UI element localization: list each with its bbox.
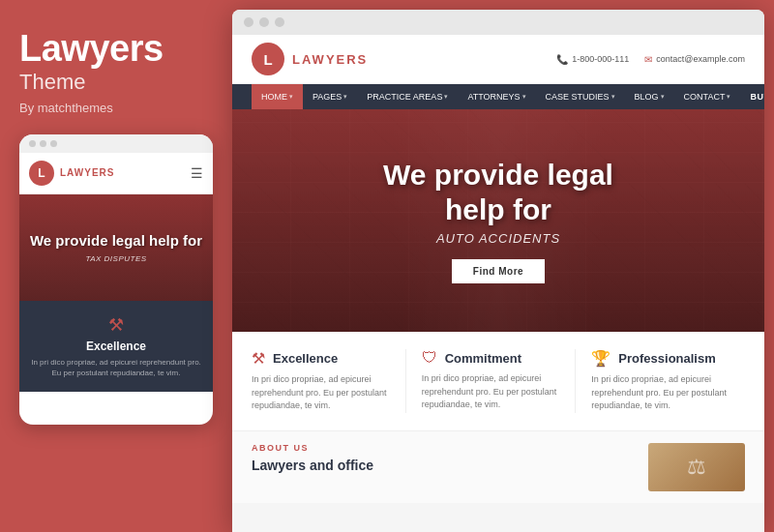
phone-icon: 📞 <box>556 54 568 65</box>
about-title: Lawyers and office <box>252 457 633 474</box>
mobile-logo-wrap: L LAWYERS <box>29 161 114 186</box>
nav-blog[interactable]: BLOG▾ <box>625 84 674 109</box>
site-header: L LAWYERS 📞 1-800-000-111 ✉ contact@exam… <box>232 35 764 84</box>
nav-practice[interactable]: PRACTICE AREAS▾ <box>357 84 458 109</box>
mobile-feature-title: Excellence <box>86 340 146 353</box>
hero-title-line2: help for <box>445 193 551 225</box>
hero-subtitle: AUTO ACCIDENTS <box>383 231 613 246</box>
desktop-dot-1 <box>244 17 253 27</box>
feature-excellence-header: ⚒ Excellence <box>252 349 390 368</box>
site-logo-text: LAWYERS <box>292 52 368 67</box>
desktop-dot-2 <box>259 17 269 27</box>
mobile-titlebar <box>19 134 213 153</box>
about-teaser: ABOUT US Lawyers and office ⚖ <box>232 431 764 503</box>
excellence-desc: In pri dico propriae, ad epicurei repreh… <box>252 373 390 413</box>
about-image-icon: ⚖ <box>687 455 706 480</box>
mobile-nav: L LAWYERS ☰ <box>19 153 213 194</box>
site-nav: HOME▾ PAGES▾ PRACTICE AREAS▾ ATTORNEYS▾ … <box>232 84 764 109</box>
nav-home[interactable]: HOME▾ <box>252 84 303 109</box>
mobile-menu-icon[interactable]: ☰ <box>191 165 203 181</box>
professionalism-icon: 🏆 <box>591 349 610 368</box>
contact-caret: ▾ <box>727 93 730 101</box>
left-panel: Lawyers Theme By matchthemes L LAWYERS ☰… <box>0 0 232 532</box>
nav-case-studies[interactable]: CASE STUDIES▾ <box>536 84 625 109</box>
hero-title-line1: We provide legal <box>383 159 613 191</box>
home-caret: ▾ <box>289 93 293 101</box>
about-label: ABOUT US <box>252 443 633 453</box>
nav-contact[interactable]: CONTACT▾ <box>674 84 741 109</box>
feature-commitment: 🛡 Commitment In pri dico propriae, ad ep… <box>406 349 577 413</box>
excellence-title: Excellence <box>273 351 338 366</box>
mobile-hero: We provide legal help for TAX DISPUTES <box>19 194 213 301</box>
blog-caret: ▾ <box>661 93 665 101</box>
hero-content: We provide legal help for AUTO ACCIDENTS… <box>383 158 613 283</box>
mobile-dot-1 <box>29 140 36 147</box>
theme-by: By matchthemes <box>19 101 213 115</box>
mobile-dot-3 <box>50 140 57 147</box>
site-header-right: 📞 1-800-000-111 ✉ contact@example.com <box>556 54 745 65</box>
mobile-logo-text: LAWYERS <box>60 167 114 178</box>
pages-caret: ▾ <box>343 93 347 101</box>
mobile-dot-2 <box>40 140 46 147</box>
mobile-excellence-icon: ⚒ <box>108 314 124 336</box>
mobile-logo-circle: L <box>29 161 54 186</box>
commitment-title: Commitment <box>445 351 521 366</box>
mobile-mockup: L LAWYERS ☰ We provide legal help for TA… <box>19 134 213 425</box>
theme-subtitle: Theme <box>19 70 213 95</box>
commitment-icon: 🛡 <box>422 349 437 367</box>
about-text: ABOUT US Lawyers and office <box>252 443 633 491</box>
header-phone: 📞 1-800-000-111 <box>556 54 629 65</box>
case-caret: ▾ <box>611 93 615 101</box>
email-address: contact@example.com <box>656 54 745 64</box>
hero-title: We provide legal help for <box>383 158 613 227</box>
site-hero: We provide legal help for AUTO ACCIDENTS… <box>232 109 764 332</box>
nav-buy-now[interactable]: BUY NOW <box>740 84 764 109</box>
about-image: ⚖ <box>648 443 745 491</box>
site-logo-wrap: L LAWYERS <box>252 43 368 75</box>
desktop-titlebar <box>232 10 764 35</box>
hero-find-more-button[interactable]: Find More <box>452 259 545 283</box>
professionalism-desc: In pri dico propriae, ad epicurei repreh… <box>591 373 729 413</box>
feature-professionalism: 🏆 Professionalism In pri dico propriae, … <box>576 349 745 413</box>
desktop-mockup: L LAWYERS 📞 1-800-000-111 ✉ contact@exam… <box>232 10 764 532</box>
desktop-body: L LAWYERS 📞 1-800-000-111 ✉ contact@exam… <box>232 35 764 532</box>
feature-excellence: ⚒ Excellence In pri dico propriae, ad ep… <box>252 349 406 413</box>
commitment-desc: In pri dico propriae, ad epicurei repreh… <box>422 372 560 412</box>
site-logo-circle: L <box>252 43 284 75</box>
mobile-hero-text: We provide legal help for <box>30 232 202 251</box>
features-row: ⚒ Excellence In pri dico propriae, ad ep… <box>232 332 764 431</box>
header-email: ✉ contact@example.com <box>644 54 745 65</box>
mobile-features: ⚒ Excellence In pri dico propriae, ad ep… <box>19 301 213 392</box>
excellence-icon: ⚒ <box>252 349 265 368</box>
feature-commitment-header: 🛡 Commitment <box>422 349 560 367</box>
attorneys-caret: ▾ <box>522 93 526 101</box>
nav-pages[interactable]: PAGES▾ <box>303 84 357 109</box>
practice-caret: ▾ <box>444 93 448 101</box>
feature-professionalism-header: 🏆 Professionalism <box>591 349 729 368</box>
desktop-dot-3 <box>275 17 284 27</box>
mobile-hero-sub: TAX DISPUTES <box>85 254 146 263</box>
email-icon: ✉ <box>644 54 652 65</box>
professionalism-title: Professionalism <box>618 351 715 366</box>
theme-title: Lawyers <box>19 29 213 70</box>
phone-number: 1-800-000-111 <box>572 54 629 64</box>
nav-attorneys[interactable]: ATTORNEYS▾ <box>458 84 535 109</box>
mobile-feature-desc: In pri dico propriae, ad epicurei repreh… <box>31 357 201 378</box>
